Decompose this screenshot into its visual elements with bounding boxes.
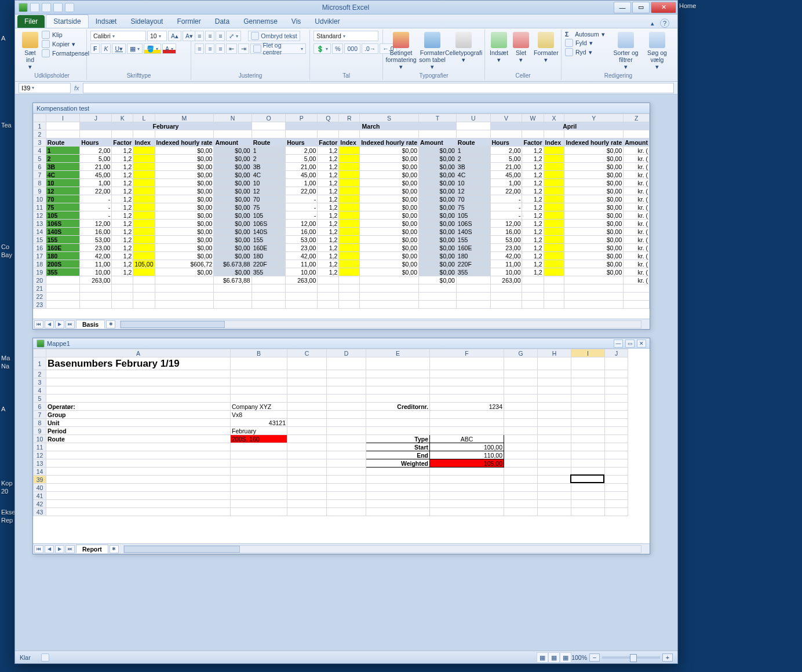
fx-icon[interactable]: fx bbox=[74, 85, 79, 92]
number-format-combo[interactable]: Standard bbox=[313, 31, 378, 41]
insert-cells-button[interactable]: Indsæt▾ bbox=[489, 31, 509, 64]
help-button[interactable]: ? bbox=[660, 19, 669, 28]
indent-decrease-button[interactable]: ⇤ bbox=[226, 43, 237, 54]
fill-button[interactable]: Fyld▾ bbox=[565, 39, 609, 47]
close-button[interactable]: ✕ bbox=[651, 2, 676, 13]
align-left-button[interactable]: ≡ bbox=[195, 43, 204, 54]
view-pagebreak-button[interactable]: ▦ bbox=[560, 652, 571, 663]
tab-insert[interactable]: Indsæt bbox=[89, 15, 124, 28]
view-pagelayout-button[interactable]: ▦ bbox=[548, 652, 560, 663]
sheet-nav-first[interactable]: ⏮ bbox=[34, 545, 43, 553]
workbook-title-2[interactable]: Mappe1 — ▭ ✕ bbox=[33, 338, 650, 349]
grid-mappe1[interactable]: ABCDEFGHIJ1Basenumbers February 1/192345… bbox=[33, 349, 628, 516]
delete-cells-button[interactable]: Slet▾ bbox=[512, 31, 530, 64]
titlebar[interactable]: Microsoft Excel — ▭ ✕ bbox=[15, 1, 677, 14]
save-icon[interactable] bbox=[30, 3, 39, 12]
tab-file[interactable]: Filer bbox=[17, 15, 45, 28]
cell-styles-button[interactable]: Celletypografi▾ bbox=[449, 31, 478, 64]
hscrollbar-1[interactable] bbox=[120, 320, 641, 328]
underline-button[interactable]: U▾ bbox=[112, 43, 126, 54]
desktop-label: Tea bbox=[1, 122, 12, 129]
sheet-nav-last[interactable]: ⏭ bbox=[65, 320, 75, 328]
workbook-kompensation: Kompensation test IJKLMNOPQRSTUVWXYZ1Feb… bbox=[32, 103, 650, 330]
name-box[interactable]: I39 bbox=[19, 83, 71, 93]
autosum-button[interactable]: Σ Autosum▾ bbox=[565, 31, 609, 38]
percent-button[interactable]: % bbox=[332, 43, 343, 54]
comma-button[interactable]: 000 bbox=[344, 43, 360, 54]
sheet-nav-last[interactable]: ⏭ bbox=[65, 545, 75, 553]
macro-record-icon[interactable] bbox=[41, 653, 49, 662]
tab-formulas[interactable]: Formler bbox=[170, 15, 207, 28]
child-minimize-button[interactable]: — bbox=[614, 339, 623, 348]
view-normal-button[interactable]: ▦ bbox=[537, 652, 548, 663]
align-right-button[interactable]: ≡ bbox=[216, 43, 225, 54]
align-middle-button[interactable]: ≡ bbox=[205, 31, 214, 41]
sheet-nav-next[interactable]: ▶ bbox=[55, 320, 64, 328]
find-select-button[interactable]: Søg og vælg▾ bbox=[643, 31, 672, 71]
indent-increase-button[interactable]: ⇥ bbox=[238, 43, 249, 54]
align-bottom-button[interactable]: ≡ bbox=[216, 31, 225, 41]
tab-data[interactable]: Data bbox=[208, 15, 236, 28]
cut-button[interactable]: Klip bbox=[42, 31, 89, 39]
zoom-level: 100% bbox=[571, 654, 587, 661]
format-painter-button[interactable]: Formatpensel bbox=[42, 49, 89, 57]
format-cells-button[interactable]: Formater▾ bbox=[533, 31, 560, 64]
new-sheet-button[interactable]: ✱ bbox=[106, 320, 115, 328]
desktop-label: 20 bbox=[1, 488, 8, 495]
copy-button[interactable]: Kopier▾ bbox=[42, 40, 89, 48]
fill-color-button[interactable]: 🪣 bbox=[144, 43, 161, 54]
zoom-out-button[interactable]: − bbox=[589, 653, 600, 662]
group-number: Standard 💲 % 000 .0→ ←.0 Tal bbox=[310, 30, 383, 80]
workspace: Kompensation test IJKLMNOPQRSTUVWXYZ1Feb… bbox=[15, 94, 677, 651]
paste-button[interactable]: Sæt ind▾ bbox=[21, 31, 39, 71]
sheet-nav-prev[interactable]: ◀ bbox=[45, 545, 54, 553]
zoom-in-button[interactable]: + bbox=[662, 653, 673, 662]
ribbon-minimize-icon[interactable]: ▴ bbox=[651, 20, 654, 27]
sheet-tab-basis[interactable]: Basis bbox=[76, 320, 105, 328]
align-top-button[interactable]: ≡ bbox=[195, 31, 204, 41]
new-sheet-button[interactable]: ✱ bbox=[110, 545, 119, 553]
wrap-text-button[interactable]: Ombryd tekst bbox=[248, 31, 300, 41]
orientation-button[interactable]: ⤢ bbox=[226, 31, 241, 41]
redo-icon[interactable] bbox=[53, 3, 63, 12]
bold-button[interactable]: F bbox=[90, 43, 100, 54]
merge-button[interactable]: Flet og centrer bbox=[250, 43, 306, 54]
font-size-combo[interactable]: 10 bbox=[147, 31, 167, 41]
format-as-table-button[interactable]: Formater som tabel▾ bbox=[418, 31, 447, 71]
sheet-tab-report[interactable]: Report bbox=[76, 545, 108, 553]
workbook-title[interactable]: Kompensation test bbox=[33, 103, 650, 114]
undo-icon[interactable] bbox=[42, 3, 51, 12]
child-close-button[interactable]: ✕ bbox=[637, 339, 646, 348]
increase-decimal-button[interactable]: .0→ bbox=[362, 43, 378, 54]
qat-more-icon[interactable] bbox=[65, 3, 74, 12]
copy-icon bbox=[42, 40, 50, 48]
tab-developer[interactable]: Udvikler bbox=[308, 15, 347, 28]
border-button[interactable]: ▦ bbox=[127, 43, 143, 54]
workbook-mappe1: Mappe1 — ▭ ✕ ABCDEFGHIJ1Basenumbers Febr… bbox=[32, 338, 650, 554]
clear-button[interactable]: Ryd▾ bbox=[565, 48, 609, 56]
grid-kompensation[interactable]: IJKLMNOPQRSTUVWXYZ1FebruaryMarchApril23R… bbox=[33, 114, 650, 309]
conditional-formatting-button[interactable]: Betinget formatering▾ bbox=[387, 31, 415, 71]
align-center-button[interactable]: ≡ bbox=[205, 43, 214, 54]
minimize-button[interactable]: — bbox=[614, 2, 631, 13]
hscrollbar-2[interactable] bbox=[123, 545, 641, 553]
tab-home[interactable]: Startside bbox=[46, 14, 88, 28]
accounting-button[interactable]: 💲 bbox=[313, 43, 331, 54]
tab-review[interactable]: Gennemse bbox=[236, 15, 285, 28]
zoom-slider[interactable] bbox=[602, 656, 660, 659]
font-color-button[interactable]: A bbox=[162, 43, 176, 54]
italic-button[interactable]: K bbox=[101, 43, 111, 54]
sheet-nav-next[interactable]: ▶ bbox=[55, 545, 64, 553]
sheet-tabs-1: ⏮ ◀ ▶ ⏭ Basis ✱ bbox=[33, 319, 650, 329]
increase-font-button[interactable]: A▴ bbox=[168, 31, 181, 41]
sheet-nav-first[interactable]: ⏮ bbox=[34, 320, 43, 328]
tab-pagelayout[interactable]: Sidelayout bbox=[123, 15, 170, 28]
maximize-button[interactable]: ▭ bbox=[632, 2, 650, 13]
formula-input[interactable] bbox=[83, 83, 674, 93]
ribbon-tabs: Filer Startside Indsæt Sidelayout Formle… bbox=[15, 14, 677, 28]
tab-view[interactable]: Vis bbox=[285, 15, 308, 28]
child-maximize-button[interactable]: ▭ bbox=[625, 339, 635, 348]
font-name-combo[interactable]: Calibri bbox=[90, 31, 146, 41]
sort-filter-button[interactable]: Sorter og filtrer▾ bbox=[611, 31, 640, 71]
sheet-nav-prev[interactable]: ◀ bbox=[45, 320, 54, 328]
